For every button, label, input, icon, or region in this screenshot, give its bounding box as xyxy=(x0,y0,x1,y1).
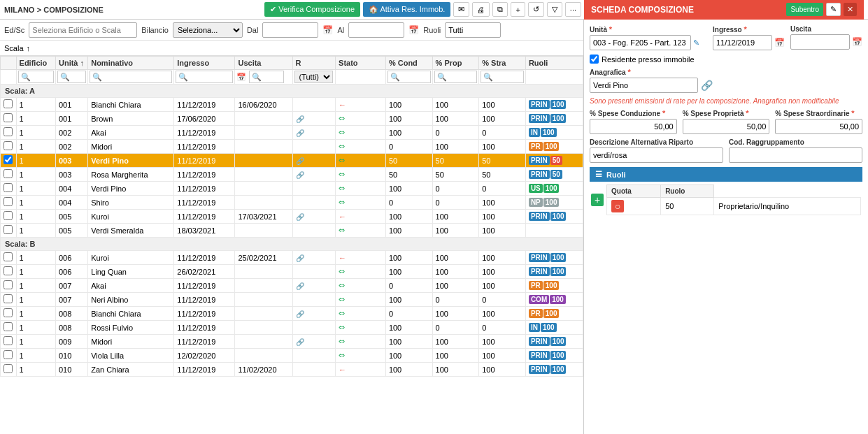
cell-check[interactable] xyxy=(1,224,17,238)
col-header-unita[interactable]: Unità ↑ xyxy=(55,57,87,70)
more-button[interactable]: ··· xyxy=(565,2,581,17)
row-checkbox[interactable] xyxy=(3,155,13,164)
al-input[interactable] xyxy=(348,22,404,38)
table-row[interactable]: 1 003 Rosa Margherita 11/12/2019 🔗 ⇔ 50 … xyxy=(1,168,583,182)
row-checkbox[interactable] xyxy=(3,252,13,261)
dal-calendar-icon[interactable]: 📅 xyxy=(322,25,333,35)
search-edificio-input[interactable] xyxy=(18,71,54,83)
unita-input[interactable] xyxy=(590,35,691,50)
row-checkbox[interactable] xyxy=(3,294,13,303)
cod-raggruppamento-input[interactable] xyxy=(729,147,862,163)
search-prop-input[interactable] xyxy=(434,71,478,83)
mail-button[interactable]: ✉ xyxy=(453,2,469,17)
cell-check[interactable] xyxy=(1,126,17,140)
anagrafica-link-icon[interactable]: 🔗 xyxy=(701,80,713,91)
table-row[interactable]: 1 005 Kuroi 11/12/2019 17/03/2021 🔗 ← 10… xyxy=(1,210,583,224)
uscita-input[interactable] xyxy=(790,34,850,50)
delete-button[interactable]: ✕ xyxy=(844,3,857,16)
table-row[interactable]: 1 001 Bianchi Chiara 11/12/2019 16/06/20… xyxy=(1,98,583,112)
print-button[interactable]: 🖨 xyxy=(472,2,490,17)
sort-icon[interactable]: ↑ xyxy=(27,44,31,52)
cell-check[interactable] xyxy=(1,251,17,265)
attiva-res-button[interactable]: 🏠 Attiva Res. Immob. xyxy=(363,2,450,17)
table-row[interactable]: 1 007 Akai 11/12/2019 🔗 ⇔ 0 100 100 PR10… xyxy=(1,279,583,293)
cell-check[interactable] xyxy=(1,321,17,335)
unita-edit-icon[interactable]: ✎ xyxy=(693,38,699,48)
table-row[interactable]: 1 004 Shiro 11/12/2019 ⇔ 0 0 100 NP100 xyxy=(1,196,583,210)
col-header-cond[interactable]: % Cond xyxy=(385,57,432,70)
uscita-cal-icon[interactable]: 📅 xyxy=(236,73,246,81)
search-ingresso-input[interactable] xyxy=(176,71,233,83)
row-checkbox[interactable] xyxy=(3,127,13,136)
search-uscita-input[interactable] xyxy=(249,71,284,83)
delete-ruolo-button[interactable]: ○ xyxy=(611,200,624,212)
row-checkbox[interactable] xyxy=(3,336,13,345)
row-checkbox[interactable] xyxy=(3,169,13,178)
verifica-composizione-button[interactable]: ✔ Verifica Composizione xyxy=(264,2,360,17)
cell-check[interactable] xyxy=(1,112,17,126)
row-checkbox[interactable] xyxy=(3,183,13,192)
table-row[interactable]: 1 010 Zan Chiara 11/12/2019 11/02/2020 ←… xyxy=(1,363,583,377)
search-cond-input[interactable] xyxy=(387,71,431,83)
col-header-uscita[interactable]: Uscita xyxy=(235,57,292,70)
table-row[interactable]: 1 005 Verdi Smeralda 18/03/2021 ⇔ 100 10… xyxy=(1,224,583,238)
cell-nominativo[interactable]: Rossi Fulvio xyxy=(88,321,174,335)
cell-nominativo[interactable]: Bianchi Chiara xyxy=(88,98,174,112)
table-row[interactable]: 1 008 Rossi Fulvio 11/12/2019 ⇔ 100 0 0 … xyxy=(1,321,583,335)
cell-nominativo[interactable]: Viola Lilla xyxy=(88,349,174,363)
uscita-cal-icon-right[interactable]: 📅 xyxy=(852,37,862,47)
anagrafica-input[interactable] xyxy=(590,78,698,93)
cell-check[interactable] xyxy=(1,154,17,168)
add-ruolo-button[interactable]: + xyxy=(591,194,604,206)
col-header-stra[interactable]: % Stra xyxy=(479,57,526,70)
row-checkbox[interactable] xyxy=(3,280,13,289)
bilancio-select[interactable]: Seleziona... xyxy=(173,22,243,38)
stato-select[interactable]: (Tutti) xyxy=(294,71,333,83)
desc-alt-input[interactable] xyxy=(590,147,723,163)
search-nominativo-input[interactable] xyxy=(90,71,172,83)
cell-check[interactable] xyxy=(1,140,17,154)
cell-nominativo[interactable]: Brown xyxy=(88,112,174,126)
subentro-button[interactable]: Subentro xyxy=(786,3,823,16)
cell-check[interactable] xyxy=(1,279,17,293)
cell-nominativo[interactable]: Akai xyxy=(88,126,174,140)
row-checkbox[interactable] xyxy=(3,141,13,150)
edificio-input[interactable] xyxy=(29,22,137,38)
table-row[interactable]: 1 004 Verdi Pino 11/12/2019 ⇔ 100 0 0 US… xyxy=(1,182,583,196)
al-calendar-icon[interactable]: 📅 xyxy=(408,25,419,35)
dal-input[interactable] xyxy=(262,22,318,38)
row-checkbox[interactable] xyxy=(3,364,13,373)
table-row[interactable]: 1 007 Neri Albino 11/12/2019 ⇔ 100 0 0 C… xyxy=(1,293,583,307)
cell-check[interactable] xyxy=(1,98,17,112)
cell-nominativo[interactable]: Verdi Pino xyxy=(88,154,174,168)
ingresso-input[interactable] xyxy=(713,35,772,50)
cell-check[interactable] xyxy=(1,168,17,182)
cell-nominativo[interactable]: Verdi Pino xyxy=(88,182,174,196)
ingresso-cal-icon[interactable]: 📅 xyxy=(774,38,785,48)
add-button[interactable]: + xyxy=(511,2,525,17)
cell-check[interactable] xyxy=(1,265,17,279)
table-row[interactable]: 1 006 Kuroi 11/12/2019 25/02/2021 🔗 ← 10… xyxy=(1,251,583,265)
cell-nominativo[interactable]: Shiro xyxy=(88,196,174,210)
copy-button[interactable]: ⧉ xyxy=(492,2,508,17)
refresh-button[interactable]: ↺ xyxy=(528,2,544,17)
filter-button[interactable]: ▽ xyxy=(547,2,562,17)
cell-check[interactable] xyxy=(1,349,17,363)
col-header-ingresso[interactable]: Ingresso xyxy=(174,57,235,70)
cell-nominativo[interactable]: Zan Chiara xyxy=(88,363,174,377)
cell-check[interactable] xyxy=(1,293,17,307)
cell-check[interactable] xyxy=(1,307,17,321)
row-checkbox[interactable] xyxy=(3,350,13,359)
spese-conduzione-input[interactable] xyxy=(590,119,677,134)
col-header-prop[interactable]: % Prop xyxy=(432,57,479,70)
cell-check[interactable] xyxy=(1,335,17,349)
row-checkbox[interactable] xyxy=(3,113,13,122)
table-row[interactable]: 1 009 Midori 11/12/2019 🔗 ⇔ 100 100 100 … xyxy=(1,335,583,349)
cell-nominativo[interactable]: Ling Quan xyxy=(88,265,174,279)
table-row[interactable]: 1 002 Midori 11/12/2019 ⇔ 0 100 100 PR10… xyxy=(1,140,583,154)
row-checkbox[interactable] xyxy=(3,99,13,108)
spese-proprieta-input[interactable] xyxy=(683,119,770,134)
row-checkbox[interactable] xyxy=(3,225,13,234)
col-header-nominativo[interactable]: Nominativo xyxy=(88,57,174,70)
cell-nominativo[interactable]: Neri Albino xyxy=(88,293,174,307)
